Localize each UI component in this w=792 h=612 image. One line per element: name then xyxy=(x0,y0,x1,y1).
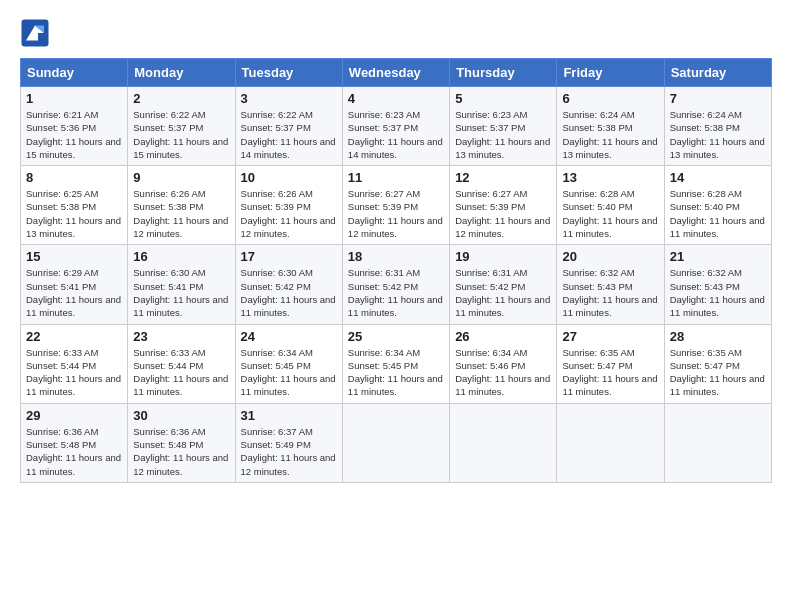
calendar-cell: 26 Sunrise: 6:34 AM Sunset: 5:46 PM Dayl… xyxy=(450,324,557,403)
daylight-label: Daylight: 11 hours and 11 minutes. xyxy=(670,294,765,318)
calendar-cell: 29 Sunrise: 6:36 AM Sunset: 5:48 PM Dayl… xyxy=(21,403,128,482)
daylight-label: Daylight: 11 hours and 11 minutes. xyxy=(26,373,121,397)
sunset-label: Sunset: 5:42 PM xyxy=(241,281,311,292)
daylight-label: Daylight: 11 hours and 15 minutes. xyxy=(133,136,228,160)
sunrise-label: Sunrise: 6:22 AM xyxy=(241,109,313,120)
day-info: Sunrise: 6:34 AM Sunset: 5:45 PM Dayligh… xyxy=(241,346,337,399)
daylight-label: Daylight: 11 hours and 12 minutes. xyxy=(455,215,550,239)
calendar-cell: 18 Sunrise: 6:31 AM Sunset: 5:42 PM Dayl… xyxy=(342,245,449,324)
day-info: Sunrise: 6:32 AM Sunset: 5:43 PM Dayligh… xyxy=(670,266,766,319)
sunrise-label: Sunrise: 6:24 AM xyxy=(562,109,634,120)
day-info: Sunrise: 6:36 AM Sunset: 5:48 PM Dayligh… xyxy=(26,425,122,478)
calendar-cell: 20 Sunrise: 6:32 AM Sunset: 5:43 PM Dayl… xyxy=(557,245,664,324)
day-number: 26 xyxy=(455,329,551,344)
sunset-label: Sunset: 5:36 PM xyxy=(26,122,96,133)
daylight-label: Daylight: 11 hours and 11 minutes. xyxy=(348,373,443,397)
day-header-saturday: Saturday xyxy=(664,59,771,87)
daylight-label: Daylight: 11 hours and 13 minutes. xyxy=(455,136,550,160)
day-number: 1 xyxy=(26,91,122,106)
daylight-label: Daylight: 11 hours and 11 minutes. xyxy=(670,215,765,239)
calendar-cell: 31 Sunrise: 6:37 AM Sunset: 5:49 PM Dayl… xyxy=(235,403,342,482)
logo-icon xyxy=(20,18,50,48)
sunrise-label: Sunrise: 6:25 AM xyxy=(26,188,98,199)
sunrise-label: Sunrise: 6:22 AM xyxy=(133,109,205,120)
header xyxy=(20,18,772,48)
calendar-week-2: 8 Sunrise: 6:25 AM Sunset: 5:38 PM Dayli… xyxy=(21,166,772,245)
calendar-cell: 24 Sunrise: 6:34 AM Sunset: 5:45 PM Dayl… xyxy=(235,324,342,403)
sunrise-label: Sunrise: 6:36 AM xyxy=(133,426,205,437)
sunset-label: Sunset: 5:42 PM xyxy=(455,281,525,292)
sunrise-label: Sunrise: 6:23 AM xyxy=(455,109,527,120)
calendar-week-1: 1 Sunrise: 6:21 AM Sunset: 5:36 PM Dayli… xyxy=(21,87,772,166)
sunset-label: Sunset: 5:37 PM xyxy=(133,122,203,133)
sunset-label: Sunset: 5:38 PM xyxy=(562,122,632,133)
day-info: Sunrise: 6:32 AM Sunset: 5:43 PM Dayligh… xyxy=(562,266,658,319)
day-header-monday: Monday xyxy=(128,59,235,87)
sunrise-label: Sunrise: 6:30 AM xyxy=(241,267,313,278)
calendar-cell: 2 Sunrise: 6:22 AM Sunset: 5:37 PM Dayli… xyxy=(128,87,235,166)
calendar-cell: 12 Sunrise: 6:27 AM Sunset: 5:39 PM Dayl… xyxy=(450,166,557,245)
sunrise-label: Sunrise: 6:32 AM xyxy=(670,267,742,278)
daylight-label: Daylight: 11 hours and 15 minutes. xyxy=(26,136,121,160)
day-info: Sunrise: 6:26 AM Sunset: 5:39 PM Dayligh… xyxy=(241,187,337,240)
calendar-cell: 9 Sunrise: 6:26 AM Sunset: 5:38 PM Dayli… xyxy=(128,166,235,245)
sunset-label: Sunset: 5:37 PM xyxy=(241,122,311,133)
day-number: 9 xyxy=(133,170,229,185)
day-info: Sunrise: 6:37 AM Sunset: 5:49 PM Dayligh… xyxy=(241,425,337,478)
calendar-week-3: 15 Sunrise: 6:29 AM Sunset: 5:41 PM Dayl… xyxy=(21,245,772,324)
daylight-label: Daylight: 11 hours and 11 minutes. xyxy=(133,373,228,397)
calendar-cell: 19 Sunrise: 6:31 AM Sunset: 5:42 PM Dayl… xyxy=(450,245,557,324)
day-number: 25 xyxy=(348,329,444,344)
day-info: Sunrise: 6:28 AM Sunset: 5:40 PM Dayligh… xyxy=(562,187,658,240)
daylight-label: Daylight: 11 hours and 11 minutes. xyxy=(241,294,336,318)
sunrise-label: Sunrise: 6:28 AM xyxy=(670,188,742,199)
calendar-cell: 30 Sunrise: 6:36 AM Sunset: 5:48 PM Dayl… xyxy=(128,403,235,482)
daylight-label: Daylight: 11 hours and 11 minutes. xyxy=(241,373,336,397)
sunrise-label: Sunrise: 6:26 AM xyxy=(241,188,313,199)
sunset-label: Sunset: 5:43 PM xyxy=(670,281,740,292)
sunset-label: Sunset: 5:38 PM xyxy=(133,201,203,212)
calendar-cell: 7 Sunrise: 6:24 AM Sunset: 5:38 PM Dayli… xyxy=(664,87,771,166)
day-info: Sunrise: 6:24 AM Sunset: 5:38 PM Dayligh… xyxy=(562,108,658,161)
day-info: Sunrise: 6:24 AM Sunset: 5:38 PM Dayligh… xyxy=(670,108,766,161)
sunset-label: Sunset: 5:49 PM xyxy=(241,439,311,450)
sunrise-label: Sunrise: 6:35 AM xyxy=(670,347,742,358)
sunrise-label: Sunrise: 6:32 AM xyxy=(562,267,634,278)
sunset-label: Sunset: 5:44 PM xyxy=(26,360,96,371)
sunset-label: Sunset: 5:37 PM xyxy=(455,122,525,133)
daylight-label: Daylight: 11 hours and 11 minutes. xyxy=(26,452,121,476)
calendar-header-row: SundayMondayTuesdayWednesdayThursdayFrid… xyxy=(21,59,772,87)
calendar-cell: 1 Sunrise: 6:21 AM Sunset: 5:36 PM Dayli… xyxy=(21,87,128,166)
day-number: 20 xyxy=(562,249,658,264)
day-number: 18 xyxy=(348,249,444,264)
calendar-cell: 10 Sunrise: 6:26 AM Sunset: 5:39 PM Dayl… xyxy=(235,166,342,245)
daylight-label: Daylight: 11 hours and 11 minutes. xyxy=(562,373,657,397)
sunrise-label: Sunrise: 6:23 AM xyxy=(348,109,420,120)
calendar-cell: 23 Sunrise: 6:33 AM Sunset: 5:44 PM Dayl… xyxy=(128,324,235,403)
day-number: 12 xyxy=(455,170,551,185)
day-info: Sunrise: 6:34 AM Sunset: 5:46 PM Dayligh… xyxy=(455,346,551,399)
daylight-label: Daylight: 11 hours and 12 minutes. xyxy=(348,215,443,239)
daylight-label: Daylight: 11 hours and 11 minutes. xyxy=(455,373,550,397)
day-number: 15 xyxy=(26,249,122,264)
sunset-label: Sunset: 5:48 PM xyxy=(26,439,96,450)
day-info: Sunrise: 6:28 AM Sunset: 5:40 PM Dayligh… xyxy=(670,187,766,240)
day-info: Sunrise: 6:33 AM Sunset: 5:44 PM Dayligh… xyxy=(26,346,122,399)
calendar-cell: 5 Sunrise: 6:23 AM Sunset: 5:37 PM Dayli… xyxy=(450,87,557,166)
sunrise-label: Sunrise: 6:29 AM xyxy=(26,267,98,278)
calendar-cell: 6 Sunrise: 6:24 AM Sunset: 5:38 PM Dayli… xyxy=(557,87,664,166)
daylight-label: Daylight: 11 hours and 11 minutes. xyxy=(26,294,121,318)
day-number: 5 xyxy=(455,91,551,106)
day-info: Sunrise: 6:30 AM Sunset: 5:42 PM Dayligh… xyxy=(241,266,337,319)
day-number: 29 xyxy=(26,408,122,423)
calendar-cell: 28 Sunrise: 6:35 AM Sunset: 5:47 PM Dayl… xyxy=(664,324,771,403)
day-number: 11 xyxy=(348,170,444,185)
sunset-label: Sunset: 5:47 PM xyxy=(670,360,740,371)
sunset-label: Sunset: 5:38 PM xyxy=(670,122,740,133)
calendar-cell: 13 Sunrise: 6:28 AM Sunset: 5:40 PM Dayl… xyxy=(557,166,664,245)
logo xyxy=(20,18,53,48)
day-number: 3 xyxy=(241,91,337,106)
day-number: 8 xyxy=(26,170,122,185)
sunset-label: Sunset: 5:48 PM xyxy=(133,439,203,450)
day-info: Sunrise: 6:23 AM Sunset: 5:37 PM Dayligh… xyxy=(455,108,551,161)
